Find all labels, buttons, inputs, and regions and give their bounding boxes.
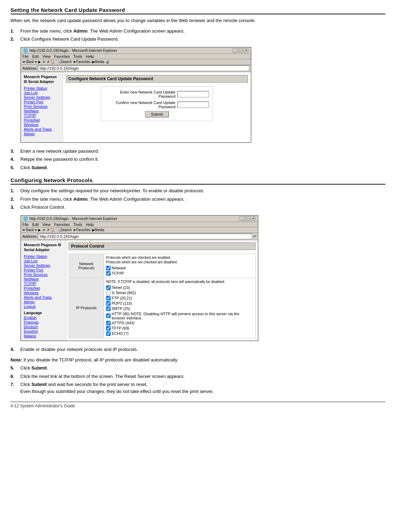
main-content-1: Configure Network Card Update Password E… bbox=[63, 72, 251, 142]
menu-favorites-2[interactable]: Favorites bbox=[54, 222, 70, 227]
tftp-checkbox[interactable] bbox=[106, 326, 111, 331]
sidebar-link-print-services-1[interactable]: Print Services bbox=[24, 104, 60, 109]
menu-file-1[interactable]: File bbox=[22, 54, 29, 58]
https-checkbox[interactable] bbox=[106, 321, 111, 325]
sidebar-link-server-settings-2[interactable]: Server Settings bbox=[24, 263, 63, 268]
admin-bold-2: Admin bbox=[74, 196, 88, 202]
menu-help-1[interactable]: Help bbox=[86, 54, 94, 58]
sidebar-link-printonet-2[interactable]: PrintoNet bbox=[24, 286, 63, 290]
maximize-btn-2[interactable]: □ bbox=[245, 216, 250, 221]
sidebar-link-english[interactable]: English bbox=[24, 316, 63, 320]
maximize-btn[interactable]: □ bbox=[238, 48, 243, 53]
home-btn-1[interactable]: 🏠 bbox=[51, 60, 55, 64]
favorites-btn-2[interactable]: ★Favorites bbox=[73, 228, 90, 232]
s2-step-1: 1. Only configure the settings required … bbox=[11, 187, 385, 194]
menu-edit-2[interactable]: Edit bbox=[32, 222, 39, 227]
confirm-password-input[interactable] bbox=[178, 102, 209, 108]
sidebar-link-netware-2[interactable]: NetWare bbox=[24, 277, 63, 281]
sidebar-link-netware-1[interactable]: NetWare bbox=[24, 109, 60, 113]
telnet-checkbox[interactable] bbox=[106, 285, 111, 290]
network-protocols-label: Network Protocols bbox=[69, 254, 104, 278]
menu-view-2[interactable]: View bbox=[42, 222, 51, 227]
home-btn-2[interactable]: 🏠 bbox=[51, 228, 55, 232]
smtp-checkbox[interactable] bbox=[106, 306, 111, 311]
sidebar-link-admin-2[interactable]: Admin bbox=[24, 300, 63, 304]
panel-title-1: Configure Network Card Update Password bbox=[66, 75, 248, 83]
sidebar-link-wireless-2[interactable]: Wireless bbox=[24, 291, 63, 295]
back-btn-1[interactable]: ⬅ Back ▾ bbox=[22, 60, 37, 64]
submit-button-1[interactable]: Submit bbox=[145, 111, 169, 117]
ip-note: NOTE: If TCP/IP is disabled, all protoco… bbox=[106, 279, 253, 284]
menu-edit-1[interactable]: Edit bbox=[32, 54, 39, 58]
ftp-checkbox[interactable] bbox=[106, 296, 111, 300]
close-btn[interactable]: ✕ bbox=[244, 48, 249, 53]
menu-tools-2[interactable]: Tools bbox=[74, 222, 83, 227]
sidebar-link-printonet-1[interactable]: PrintoNet bbox=[24, 118, 60, 122]
sidebar-link-job-log-2[interactable]: Job Log bbox=[24, 259, 63, 263]
search-btn-1[interactable]: 🔍Search bbox=[56, 60, 72, 64]
browser-toolbar-2: ⬅ Back ▾ ▶ ✕ ↺ 🏠 🔍Search ★Favorites ▶Med… bbox=[21, 227, 258, 233]
menu-file-2[interactable]: File bbox=[22, 222, 29, 227]
go-btn-2[interactable]: ↵ bbox=[253, 234, 256, 238]
browser-address-1: Address http://192.0.0.192/login bbox=[21, 65, 251, 72]
http-checkbox[interactable] bbox=[106, 313, 111, 318]
main-content-2: Protocol Control Network Protocols Proto… bbox=[67, 240, 258, 341]
sidebar-link-wireless-1[interactable]: Wireless bbox=[24, 123, 60, 127]
sidebar-link-alerts-2[interactable]: Alerts and Traps bbox=[24, 295, 63, 299]
netware-checkbox[interactable] bbox=[106, 266, 111, 270]
netware-label: Netware bbox=[112, 266, 126, 270]
sidebar-link-alerts-1[interactable]: Alerts and Traps bbox=[24, 127, 60, 131]
sidebar-link-italiano[interactable]: Italiano bbox=[24, 334, 63, 338]
sidebar-link-job-log-1[interactable]: Job Log bbox=[24, 91, 60, 95]
footer: 4-12 System Administrator's Guide bbox=[11, 402, 385, 408]
sidebar-brand-2: Monarch Pegasus III Serial Adapter bbox=[24, 242, 63, 253]
address-input-1[interactable]: http://192.0.0.192/login bbox=[38, 65, 249, 71]
section2-title: Configuring Network Protocols bbox=[11, 177, 385, 185]
address-input-2[interactable]: http://192.0.0.192/login bbox=[38, 234, 252, 239]
ie-icon-2: 🌐 bbox=[23, 216, 28, 221]
pop3-checkbox[interactable] bbox=[106, 301, 111, 306]
refresh-btn-1[interactable]: ↺ bbox=[47, 60, 49, 64]
forward-btn-2[interactable]: ▶ bbox=[38, 228, 41, 232]
minimize-btn[interactable]: _ bbox=[232, 48, 237, 53]
sidebar-link-printer-status-1[interactable]: Printer Status bbox=[24, 86, 60, 90]
menu-help-2[interactable]: Help bbox=[86, 222, 94, 227]
sidebar-link-printer-port-2[interactable]: Printer Port bbox=[24, 268, 63, 272]
sidebar-link-print-services-2[interactable]: Print Services bbox=[24, 272, 63, 277]
sidebar-link-espanol[interactable]: Español bbox=[24, 329, 63, 333]
sidebar-link-printer-port-1[interactable]: Printer Port bbox=[24, 100, 60, 104]
forward-btn-1[interactable]: ▶ bbox=[38, 60, 41, 64]
sidebar-link-server-settings-1[interactable]: Server Settings bbox=[24, 95, 60, 99]
search-btn-2[interactable]: 🔍Search bbox=[56, 228, 72, 232]
browser-titlebar-1: 🌐 http://192.0.0.192/login - Microsoft I… bbox=[21, 48, 251, 54]
refresh-btn-2[interactable]: ↺ bbox=[47, 228, 49, 232]
sidebar-link-admin-1[interactable]: Admin bbox=[24, 132, 60, 136]
menu-favorites-1[interactable]: Favorites bbox=[54, 54, 70, 58]
menu-view-1[interactable]: View bbox=[42, 54, 51, 58]
echo-checkbox[interactable] bbox=[106, 331, 111, 336]
sidebar-link-francais[interactable]: Français bbox=[24, 320, 63, 324]
new-password-input[interactable] bbox=[178, 91, 209, 97]
menu-tools-1[interactable]: Tools bbox=[74, 54, 83, 58]
browser-address-2: Address http://192.0.0.192/login ↵ bbox=[21, 233, 258, 240]
stop-btn-1[interactable]: ✕ bbox=[42, 60, 45, 64]
sidebar-link-logout-2[interactable]: Logout bbox=[24, 304, 63, 309]
minimize-btn-2[interactable]: _ bbox=[239, 216, 244, 221]
stop-btn-2[interactable]: ✕ bbox=[42, 228, 45, 232]
protocol-https: HTTPS (443) bbox=[106, 321, 253, 325]
tcpip-checkbox[interactable] bbox=[106, 271, 111, 276]
favorites-btn-1[interactable]: ★Favorites bbox=[73, 60, 90, 64]
media-btn-2[interactable]: ▶Media bbox=[92, 228, 104, 232]
history-btn-1[interactable]: 🖨 bbox=[106, 60, 109, 64]
back-btn-2[interactable]: ⬅ Back ▾ bbox=[22, 228, 37, 232]
sidebar-link-tcpip-1[interactable]: TCP/IP bbox=[24, 113, 60, 118]
ip-protocols-label: IP Protocols bbox=[69, 278, 104, 338]
media-btn-1[interactable]: ▶Media bbox=[92, 60, 104, 64]
close-btn-2[interactable]: ✕ bbox=[251, 216, 256, 221]
sidebar-link-tcpip-2[interactable]: TCP/IP bbox=[24, 282, 63, 286]
s-telnet-checkbox[interactable] bbox=[106, 291, 111, 295]
sidebar-link-printer-status-2[interactable]: Printer Status bbox=[24, 254, 63, 258]
sidebar-link-deutsch[interactable]: Deutsch bbox=[24, 325, 63, 329]
ie-icon: 🌐 bbox=[23, 48, 28, 53]
note-line: Note: If you disable the TCP/IP protocol… bbox=[11, 357, 385, 364]
